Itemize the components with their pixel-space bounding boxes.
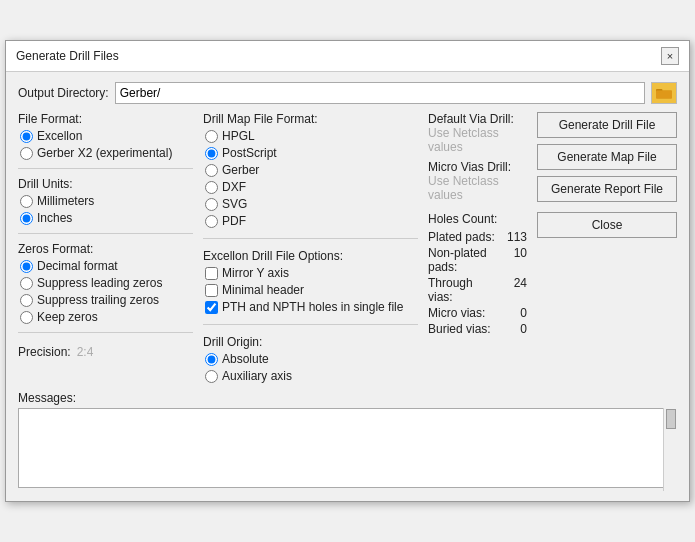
scrollbar[interactable] (663, 408, 677, 491)
scrollbar-thumb (666, 409, 676, 429)
radio-svg[interactable]: SVG (205, 197, 418, 211)
radio-hpgl[interactable]: HPGL (205, 129, 418, 143)
separator-1 (18, 168, 193, 169)
default-via-label: Default Via Drill: (428, 112, 527, 126)
separator-4 (203, 238, 418, 239)
radio-inches[interactable]: Inches (20, 211, 193, 225)
non-plated-pads-val: 10 (497, 246, 527, 274)
radio-dxf[interactable]: DXF (205, 180, 418, 194)
dxf-label: DXF (222, 180, 246, 194)
excellon-options-label: Excellon Drill File Options: (203, 249, 418, 263)
messages-textarea[interactable] (18, 408, 677, 488)
output-dir-input[interactable] (115, 82, 645, 104)
pth-npth-label: PTH and NPTH holes in single file (222, 300, 403, 314)
checkbox-pth-npth[interactable]: PTH and NPTH holes in single file (205, 300, 418, 314)
micro-vias-value: Use Netclass values (428, 174, 527, 202)
messages-section: Messages: (18, 391, 677, 491)
buried-vias-val: 0 (497, 322, 527, 336)
right-info: Default Via Drill: Use Netclass values M… (428, 112, 527, 337)
default-via-section: Default Via Drill: Use Netclass values (428, 112, 527, 154)
right-inner: Default Via Drill: Use Netclass values M… (428, 112, 677, 337)
drill-origin-label: Drill Origin: (203, 335, 418, 349)
radio-suppress-trailing[interactable]: Suppress trailing zeros (20, 293, 193, 307)
non-plated-pads-key: Non-plated pads: (428, 246, 497, 274)
holes-non-plated: Non-plated pads: 10 (428, 245, 527, 275)
radio-postscript[interactable]: PostScript (205, 146, 418, 160)
zeros-format-label: Zeros Format: (18, 242, 193, 256)
drill-map-section: Drill Map File Format: HPGL PostScript (203, 112, 418, 228)
folder-browse-button[interactable] (651, 82, 677, 104)
checkbox-mirror-y[interactable]: Mirror Y axis (205, 266, 418, 280)
plated-pads-key: Plated pads: (428, 230, 495, 244)
radio-absolute[interactable]: Absolute (205, 352, 418, 366)
keep-zeros-label: Keep zeros (37, 310, 98, 324)
generate-drill-button[interactable]: Generate Drill File (537, 112, 677, 138)
default-via-value: Use Netclass values (428, 126, 527, 154)
separator-2 (18, 233, 193, 234)
svg-label: SVG (222, 197, 247, 211)
svg-rect-2 (656, 91, 672, 99)
hpgl-label: HPGL (222, 129, 255, 143)
messages-label: Messages: (18, 391, 677, 405)
generate-report-button[interactable]: Generate Report File (537, 176, 677, 202)
absolute-label: Absolute (222, 352, 269, 366)
mirror-y-label: Mirror Y axis (222, 266, 289, 280)
holes-count-section: Holes Count: Plated pads: 113 Non-plated… (428, 212, 527, 337)
radio-gerberx2[interactable]: Gerber X2 (experimental) (20, 146, 193, 160)
radio-auxiliary-axis[interactable]: Auxiliary axis (205, 369, 418, 383)
drill-origin-group: Absolute Auxiliary axis (203, 352, 418, 383)
main-content: File Format: Excellon Gerber X2 (experim… (18, 112, 677, 383)
radio-millimeters[interactable]: Millimeters (20, 194, 193, 208)
folder-icon (656, 87, 672, 99)
radio-keep-zeros[interactable]: Keep zeros (20, 310, 193, 324)
micro-vias-key: Micro vias: (428, 306, 485, 320)
suppress-trailing-label: Suppress trailing zeros (37, 293, 159, 307)
dialog-title: Generate Drill Files (16, 49, 119, 63)
separator-3 (18, 332, 193, 333)
micro-vias-label: Micro Vias Drill: (428, 160, 527, 174)
buried-vias-key: Buried vias: (428, 322, 491, 336)
title-bar: Generate Drill Files × (6, 41, 689, 72)
through-vias-val: 24 (497, 276, 527, 304)
excellon-label: Excellon (37, 129, 82, 143)
through-vias-key: Through vias: (428, 276, 497, 304)
postscript-label: PostScript (222, 146, 277, 160)
decimal-label: Decimal format (37, 259, 118, 273)
radio-suppress-leading[interactable]: Suppress leading zeros (20, 276, 193, 290)
holes-through-vias: Through vias: 24 (428, 275, 527, 305)
suppress-leading-label: Suppress leading zeros (37, 276, 162, 290)
gerber-label: Gerber (222, 163, 259, 177)
messages-wrapper (18, 408, 677, 491)
radio-excellon[interactable]: Excellon (20, 129, 193, 143)
radio-pdf[interactable]: PDF (205, 214, 418, 228)
generate-map-button[interactable]: Generate Map File (537, 144, 677, 170)
millimeters-label: Millimeters (37, 194, 94, 208)
zeros-format-group: Decimal format Suppress leading zeros Su… (18, 259, 193, 324)
precision-value: 2:4 (77, 345, 94, 359)
precision-label: Precision: (18, 345, 71, 359)
file-format-group: Excellon Gerber X2 (experimental) (18, 129, 193, 160)
pdf-label: PDF (222, 214, 246, 228)
radio-gerber[interactable]: Gerber (205, 163, 418, 177)
holes-micro-vias: Micro vias: 0 (428, 305, 527, 321)
middle-column: Drill Map File Format: HPGL PostScript (203, 112, 418, 383)
action-buttons: Generate Drill File Generate Map File Ge… (537, 112, 677, 337)
checkbox-minimal-header[interactable]: Minimal header (205, 283, 418, 297)
file-format-label: File Format: (18, 112, 193, 126)
output-dir-row: Output Directory: (18, 82, 677, 104)
holes-plated: Plated pads: 113 (428, 229, 527, 245)
gerberx2-label: Gerber X2 (experimental) (37, 146, 172, 160)
precision-row: Precision: 2:4 (18, 345, 193, 359)
inches-label: Inches (37, 211, 72, 225)
close-dialog-button[interactable]: Close (537, 212, 677, 238)
close-button[interactable]: × (661, 47, 679, 65)
auxiliary-axis-label: Auxiliary axis (222, 369, 292, 383)
micro-vias-section: Micro Vias Drill: Use Netclass values (428, 160, 527, 202)
drill-map-label: Drill Map File Format: (203, 112, 418, 126)
zeros-format-section: Zeros Format: Decimal format Suppress le… (18, 242, 193, 324)
radio-decimal[interactable]: Decimal format (20, 259, 193, 273)
excellon-options-section: Excellon Drill File Options: Mirror Y ax… (203, 249, 418, 314)
excellon-options-group: Mirror Y axis Minimal header PTH and NPT… (203, 266, 418, 314)
holes-count-label: Holes Count: (428, 212, 527, 226)
generate-drill-dialog: Generate Drill Files × Output Directory: (5, 40, 690, 502)
